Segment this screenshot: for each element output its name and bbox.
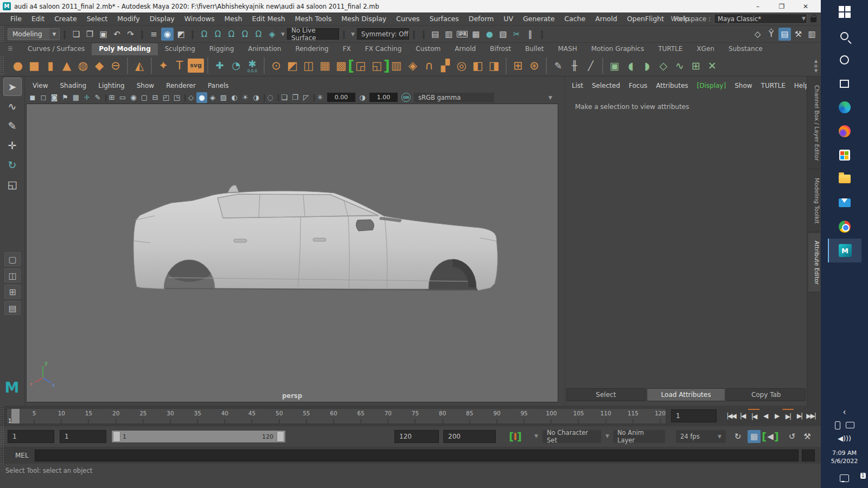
go-to-end-button[interactable]: ▶▶| [805, 409, 816, 422]
exposure-field[interactable]: 0.00 [327, 93, 355, 102]
group-collapser[interactable] [341, 28, 347, 41]
workspace-dropdown[interactable]: Maya Classic* ▼ [714, 14, 807, 24]
current-frame-marker[interactable] [11, 409, 20, 423]
xray-icon[interactable]: ❏ [279, 92, 290, 103]
attribute-menu-selected[interactable]: Selected [592, 82, 620, 89]
side-tab-attribute-editor[interactable]: Attribute Editor [808, 233, 820, 293]
viewport-menu-view[interactable]: View [33, 82, 48, 89]
step-forward-key-button[interactable]: ▶| [782, 409, 794, 422]
select-component-icon[interactable]: ◩ [175, 28, 187, 41]
reset-transform-icon[interactable]: ◔ [228, 57, 244, 74]
render-sequence-icon[interactable]: ▧ [497, 28, 509, 41]
select-tool[interactable]: ➤ [3, 78, 22, 96]
uv-editor-icon[interactable]: ⊞ [688, 57, 704, 74]
shelf-tab-bullet[interactable]: Bullet [518, 43, 551, 55]
ipr-render-icon[interactable]: IPR [456, 28, 469, 41]
construction-plane-icon[interactable]: ✚ [212, 57, 228, 74]
live-surface-field[interactable]: No Live Surface [287, 28, 339, 40]
drag-grip[interactable] [0, 426, 4, 447]
range-slider[interactable]: 1 120 [111, 430, 286, 443]
contrast-icon[interactable]: ◑ [357, 92, 368, 103]
poly-disc-icon[interactable]: ⊖ [107, 57, 124, 74]
safe-action-icon[interactable]: ◰ [161, 92, 171, 103]
film-gate-icon[interactable]: ▭ [117, 92, 128, 103]
sweep-mesh-icon[interactable]: ✦ [155, 57, 171, 74]
poly-plane-icon[interactable]: ◆ [91, 57, 107, 74]
chevron-down-icon[interactable]: ▼ [534, 433, 538, 439]
current-time-field[interactable]: 1 [671, 409, 717, 422]
uv-cylindrical-icon[interactable]: ◖ [623, 57, 639, 74]
snap-point-icon[interactable]: Ω [225, 28, 238, 41]
auto-key-icon[interactable] [509, 430, 522, 443]
svg-tool-icon[interactable]: svg [188, 57, 204, 74]
color-transform-dropdown[interactable]: sRGB gamma [414, 93, 494, 102]
group-collapser[interactable] [411, 28, 417, 41]
shelf-tab-motion-graphics[interactable]: Motion Graphics [584, 43, 652, 55]
play-backwards-button[interactable]: ◀ [760, 409, 771, 422]
step-forward-frame-button[interactable]: ▶| [794, 409, 805, 422]
menu-display[interactable]: Display [145, 13, 180, 24]
playback-end-field[interactable]: 120 [394, 430, 439, 443]
open-scene-icon[interactable]: ❒ [84, 28, 96, 41]
animation-end-field[interactable]: 200 [443, 430, 496, 443]
command-language-toggle[interactable]: MEL [15, 452, 35, 459]
menu-mesh-tools[interactable]: Mesh Tools [290, 13, 337, 24]
save-scene-icon[interactable]: ▣ [97, 28, 110, 41]
pane-layout-single-icon[interactable]: ▢ [4, 252, 21, 266]
pane-layout-outliner-icon[interactable]: ▤ [4, 301, 21, 315]
attribute-menu-display[interactable]: [Display] [697, 82, 726, 89]
drag-grip[interactable] [0, 25, 4, 42]
playback-start-field[interactable]: 1 [60, 430, 106, 443]
exposure-icon[interactable]: ✳ [315, 92, 326, 103]
viewport-menu-lighting[interactable]: Lighting [98, 82, 125, 89]
menu-set-dropdown[interactable]: Modeling ▼ [8, 28, 60, 40]
group-collapser[interactable] [190, 28, 195, 41]
chevron-down-icon[interactable]: ▼ [605, 433, 609, 439]
anim-layer-dropdown[interactable]: No Anim Layer [613, 430, 665, 443]
isolate-select-icon[interactable]: ◌ [265, 92, 276, 103]
render-view-icon[interactable]: ▤ [429, 28, 442, 41]
symmetry-field[interactable]: Symmetry: Off [357, 28, 409, 40]
camera-attributes-icon[interactable]: ◙ [49, 92, 60, 103]
menu-deform[interactable]: Deform [464, 13, 499, 24]
mirror-icon[interactable]: ◫ [301, 57, 317, 74]
chevron-down-icon[interactable]: ▼ [548, 95, 552, 100]
attribute-menu-turtle[interactable]: TURTLE [761, 82, 786, 89]
menu-mesh[interactable]: Mesh [220, 13, 247, 24]
poly-cube-icon[interactable]: ■ [26, 57, 42, 74]
menu-openflight[interactable]: OpenFlight [622, 13, 669, 24]
soft-modification-icon[interactable]: ⊛ [526, 57, 542, 74]
gamma-field[interactable]: 1.00 [369, 93, 398, 102]
resolution-gate-icon[interactable]: ◉ [128, 92, 139, 103]
script-editor-icon[interactable] [802, 450, 815, 461]
menu-uv[interactable]: UV [499, 13, 518, 24]
move-to-origin-icon[interactable]: ✱0,0,0 [244, 57, 260, 74]
attribute-menu-attributes[interactable]: Attributes [656, 82, 688, 89]
edge-icon[interactable] [828, 95, 861, 119]
select-button[interactable]: Select [566, 388, 646, 401]
shelf-tab-fx-caching[interactable]: FX Caching [358, 43, 409, 55]
maya-app-icon[interactable]: M [828, 239, 861, 262]
viewport-menu-shading[interactable]: Shading [60, 82, 86, 89]
snap-view-plane-icon[interactable]: Ω [252, 28, 265, 41]
pan-zoom-icon[interactable]: ✛ [81, 92, 92, 103]
shelf-tab-substance[interactable]: Substance [722, 43, 770, 55]
menu-curves[interactable]: Curves [391, 13, 424, 24]
menu-surfaces[interactable]: Surfaces [425, 13, 464, 24]
maximize-button[interactable]: ❐ [770, 0, 794, 12]
hidden-icons-chevron[interactable]: ‹ [828, 406, 861, 419]
playback-loop-icon[interactable]: ↻ [731, 430, 744, 443]
menu-windows[interactable]: Windows [180, 13, 220, 24]
workspace-lock-icon[interactable] [810, 17, 816, 22]
shelf-tab-turtle[interactable]: TURTLE [651, 43, 690, 55]
extrude-icon[interactable]: ▥ [388, 57, 405, 74]
quad-draw-icon[interactable]: ◧ [470, 57, 486, 74]
edit-edge-flow-icon[interactable]: ╫ [566, 57, 583, 74]
rotate-edge-cw-icon[interactable]: ◲ [353, 57, 369, 74]
drag-grip[interactable] [0, 406, 4, 426]
channel-box-icon[interactable]: ▥ [806, 28, 818, 41]
range-start-handle[interactable] [113, 431, 120, 442]
smooth-icon[interactable]: ▦ [317, 57, 333, 74]
wireframe-icon[interactable]: ◇ [186, 92, 196, 103]
viewport-menu-show[interactable]: Show [137, 82, 154, 89]
